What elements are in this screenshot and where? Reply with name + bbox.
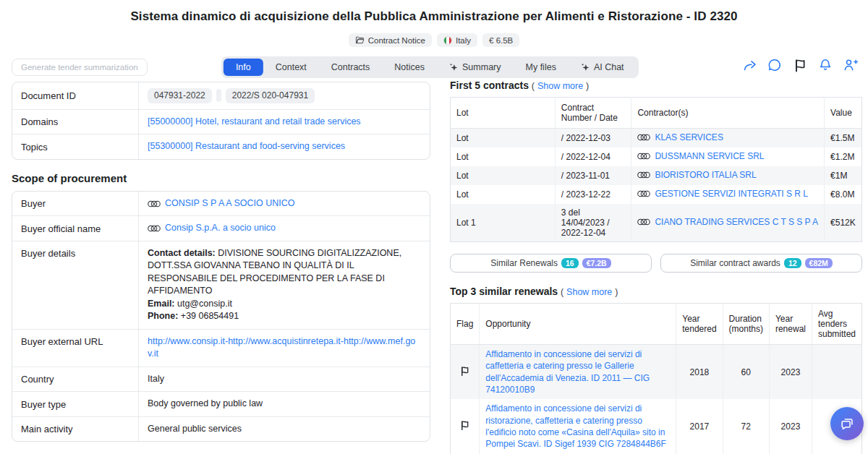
header-badges: Contract Notice Italy € 6.5B bbox=[0, 33, 868, 47]
main-activity-value: General public services bbox=[139, 417, 430, 442]
table-row: Affidamento in concessione dei servizi d… bbox=[451, 399, 862, 453]
contracts-panel: First 5 contracts ( Show more ) Lot Cont… bbox=[450, 80, 862, 454]
comment-icon[interactable] bbox=[767, 58, 782, 72]
buyer-link[interactable]: CONSIP S P A A SOCIO UNICO bbox=[165, 197, 294, 210]
table-row: Main activity General public services bbox=[12, 416, 430, 442]
contractor-link[interactable]: KLAS SERVICES bbox=[655, 132, 723, 142]
similar-renewals-button[interactable]: Similar Renewals 16 €7.2B bbox=[450, 254, 652, 273]
table-row: Buyer details Contact details: DIVISIONE… bbox=[12, 241, 430, 329]
table-row: Country Italy bbox=[12, 367, 430, 392]
organization-icon bbox=[637, 171, 650, 179]
row-label: Buyer external URL bbox=[12, 330, 139, 367]
amount-badge: €82M bbox=[805, 258, 833, 268]
table-row: Buyer external URL http://www.consip.it-… bbox=[12, 329, 430, 367]
value-badge: € 6.5B bbox=[482, 33, 519, 47]
organization-icon bbox=[637, 189, 650, 198]
table-row: Buyer type Body governed by public law bbox=[12, 391, 430, 416]
table-row: Topics [55300000] Restaurant and food-se… bbox=[12, 134, 430, 159]
generate-summarization-button[interactable]: Generate tender summarization bbox=[12, 59, 148, 76]
table-row: Lot / 2023-12-22 GESTIONE SERVIZI INTEGR… bbox=[451, 185, 862, 204]
opportunity-link[interactable]: Affidamento in concessione dei servizi d… bbox=[485, 349, 650, 395]
renewals-heading: Top 3 similar renewals ( Show more ) bbox=[450, 286, 862, 297]
document-id-table: Document ID 047931-2022 2022/S 020-04793… bbox=[12, 82, 430, 160]
contract-notice-badge: Contract Notice bbox=[349, 33, 432, 47]
organization-icon bbox=[148, 200, 161, 208]
chat-bubbles-icon bbox=[839, 416, 855, 432]
doc-id-chip: 047931-2022 bbox=[148, 88, 212, 103]
organization-icon bbox=[637, 152, 650, 160]
tab-context[interactable]: Context bbox=[263, 59, 319, 76]
tab-my-files[interactable]: My files bbox=[514, 59, 569, 76]
table-row: Domains [55000000] Hotel, restaurant and… bbox=[12, 109, 430, 134]
row-label: Document ID bbox=[12, 82, 139, 109]
sparkles-icon bbox=[581, 63, 590, 72]
scope-heading: Scope of procurement bbox=[12, 172, 430, 184]
renewals-table: Flag Opportunity Year tendered Duration … bbox=[450, 303, 862, 454]
buyer-external-url-link[interactable]: http://www.consip.it-http://www.acquisti… bbox=[148, 335, 421, 361]
row-label: Buyer details bbox=[12, 241, 139, 329]
contractor-link[interactable]: DUSSMANN SERVICE SRL bbox=[655, 151, 764, 161]
buyer-type-value: Body governed by public law bbox=[139, 392, 430, 416]
row-label: Main activity bbox=[12, 417, 139, 442]
table-row: Lot 1 3 del 14/04/2023 / 2022-12-04 CIAN… bbox=[451, 204, 862, 242]
sparkles-icon bbox=[449, 63, 459, 72]
italy-flag-icon bbox=[443, 36, 452, 45]
bell-icon[interactable] bbox=[818, 58, 833, 72]
opportunity-link[interactable]: Affidamento in concessione dei servizi d… bbox=[485, 403, 665, 449]
folder-icon bbox=[355, 35, 365, 45]
share-icon[interactable] bbox=[742, 58, 757, 72]
table-row: Buyer official name Consip S.p.A. a soci… bbox=[12, 215, 430, 241]
tab-notices[interactable]: Notices bbox=[382, 59, 437, 76]
show-more-link[interactable]: Show more bbox=[537, 81, 583, 91]
flag-icon[interactable] bbox=[459, 365, 470, 377]
doc-id-chip: 2022/S 020-047931 bbox=[226, 88, 315, 103]
buyer-official-link[interactable]: Consip S.p.A. a socio unico bbox=[165, 222, 276, 235]
country-badge: Italy bbox=[437, 33, 477, 47]
contractor-link[interactable]: CIANO TRADING SERVICES C T S S P A bbox=[655, 217, 818, 227]
count-badge: 12 bbox=[784, 258, 801, 268]
table-row: Lot / 2023-11-01 BIORISTORO ITALIA SRL €… bbox=[451, 166, 862, 185]
organization-icon bbox=[637, 133, 650, 142]
contractor-link[interactable]: GESTIONE SERVIZI INTEGRATI S R L bbox=[655, 189, 808, 199]
contracts-table: Lot Contract Number / Date Contractor(s)… bbox=[450, 97, 862, 242]
chat-fab-button[interactable] bbox=[830, 407, 864, 440]
table-row: Affidamento in concessione dei servizi d… bbox=[451, 345, 862, 400]
domain-link[interactable]: [55000000] Hotel, restaurant and retail … bbox=[148, 116, 361, 129]
count-badge: 16 bbox=[561, 258, 579, 268]
topic-link[interactable]: [55300000] Restaurant and food-serving s… bbox=[148, 140, 345, 153]
table-row: Lot / 2022-12-04 DUSSMANN SERVICE SRL €1… bbox=[451, 147, 862, 166]
action-icons bbox=[742, 58, 858, 72]
show-more-link[interactable]: Show more bbox=[566, 287, 612, 297]
table-header-row: Lot Contract Number / Date Contractor(s)… bbox=[451, 98, 862, 129]
table-header-row: Flag Opportunity Year tendered Duration … bbox=[451, 304, 862, 345]
row-label: Buyer official name bbox=[12, 216, 139, 241]
row-label: Topics bbox=[12, 134, 139, 159]
row-label: Buyer type bbox=[12, 392, 139, 416]
tab-info[interactable]: Info bbox=[224, 59, 263, 76]
contracts-heading: First 5 contracts ( Show more ) bbox=[450, 80, 862, 91]
country-value: Italy bbox=[139, 367, 430, 392]
organization-icon bbox=[148, 224, 161, 233]
contractor-link[interactable]: BIORISTORO ITALIA SRL bbox=[655, 170, 756, 180]
row-label: Domains bbox=[12, 110, 139, 134]
scope-table: Buyer CONSIP S P A A SOCIO UNICO Buyer o… bbox=[12, 191, 430, 442]
tab-ai-chat[interactable]: AI Chat bbox=[569, 59, 637, 76]
similar-contract-awards-button[interactable]: Similar contract awards 12 €82M bbox=[660, 254, 862, 273]
row-label: Buyer bbox=[12, 192, 139, 216]
flag-icon[interactable] bbox=[793, 58, 807, 72]
tab-summary[interactable]: Summary bbox=[437, 59, 513, 76]
document-info-panel: Document ID 047931-2022 2022/S 020-04793… bbox=[12, 82, 430, 442]
tab-contracts[interactable]: Contracts bbox=[319, 59, 383, 76]
table-row: Lot / 2022-12-03 KLAS SERVICES €1.5M bbox=[451, 129, 862, 148]
flag-icon[interactable] bbox=[459, 419, 470, 431]
buyer-details-value: Contact details: DIVISIONE SOURCING DIGI… bbox=[139, 241, 430, 329]
tender-detail-page: Sistema dinamico di acquisizione della P… bbox=[0, 0, 868, 454]
page-title: Sistema dinamico di acquisizione della P… bbox=[0, 9, 868, 24]
add-user-icon[interactable] bbox=[843, 58, 858, 72]
table-row: Document ID 047931-2022 2022/S 020-04793… bbox=[12, 82, 430, 109]
tab-bar: Info Context Contracts Notices Summary M… bbox=[221, 56, 639, 78]
table-row: Buyer CONSIP S P A A SOCIO UNICO bbox=[12, 192, 430, 216]
amount-badge: €7.2B bbox=[582, 258, 611, 268]
row-label: Country bbox=[12, 367, 139, 392]
organization-icon bbox=[637, 218, 650, 226]
